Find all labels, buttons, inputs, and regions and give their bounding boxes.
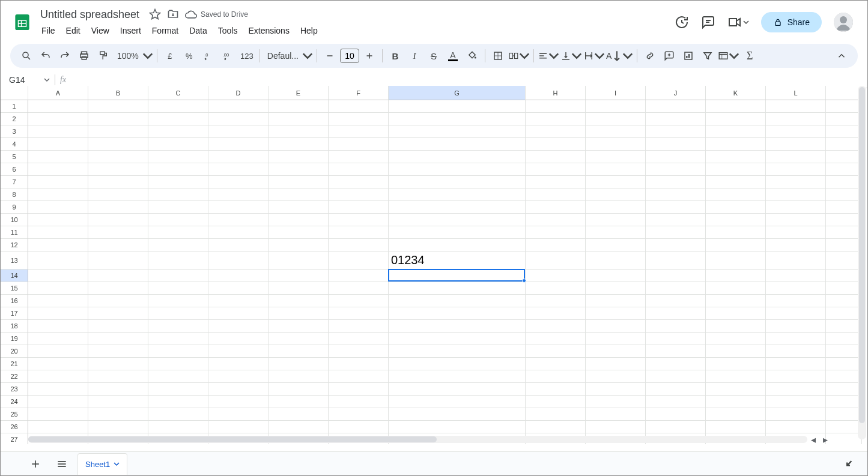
cell-G22[interactable]: [389, 370, 526, 383]
cell-J26[interactable]: [646, 421, 706, 433]
cell-J9[interactable]: [646, 201, 706, 214]
cell-D10[interactable]: [208, 214, 269, 226]
cell-G26[interactable]: [389, 421, 526, 433]
cell-A20[interactable]: [28, 345, 88, 358]
cell-J5[interactable]: [646, 151, 706, 163]
functions-button[interactable]: Σ: [741, 47, 759, 65]
cell-J19[interactable]: [646, 333, 706, 345]
cell-G17[interactable]: [389, 307, 526, 320]
cell-D5[interactable]: [208, 151, 269, 163]
cell-7[interactable]: [826, 176, 862, 188]
cell-H24[interactable]: [526, 396, 586, 408]
cell-J12[interactable]: [646, 239, 706, 252]
cell-L16[interactable]: [766, 295, 826, 307]
cell-A26[interactable]: [28, 421, 88, 433]
cell-I5[interactable]: [586, 151, 646, 163]
cell-B4[interactable]: [88, 138, 148, 151]
cell-18[interactable]: [826, 320, 862, 333]
cell-A15[interactable]: [28, 282, 88, 295]
insert-comment-button[interactable]: [660, 47, 678, 65]
cell-H3[interactable]: [526, 125, 586, 138]
cell-23[interactable]: [826, 383, 862, 396]
cell-A25[interactable]: [28, 408, 88, 421]
cell-2[interactable]: [826, 113, 862, 125]
cell-B22[interactable]: [88, 370, 148, 383]
cell-C20[interactable]: [148, 345, 208, 358]
cell-E26[interactable]: [269, 421, 329, 433]
cell-I17[interactable]: [586, 307, 646, 320]
text-wrap-button[interactable]: [583, 47, 605, 65]
cell-G19[interactable]: [389, 333, 526, 345]
cell-A21[interactable]: [28, 358, 88, 370]
cell-D15[interactable]: [208, 282, 269, 295]
cell-L7[interactable]: [766, 176, 826, 188]
cell-J18[interactable]: [646, 320, 706, 333]
cell-A6[interactable]: [28, 163, 88, 176]
cell-G2[interactable]: [389, 113, 526, 125]
cell-H20[interactable]: [526, 345, 586, 358]
cell-J2[interactable]: [646, 113, 706, 125]
history-icon[interactable]: [675, 15, 689, 29]
cell-E2[interactable]: [269, 113, 329, 125]
menu-data[interactable]: Data: [184, 23, 212, 38]
cell-F11[interactable]: [329, 226, 389, 239]
cell-C7[interactable]: [148, 176, 208, 188]
menu-extensions[interactable]: Extensions: [243, 23, 294, 38]
cell-F25[interactable]: [329, 408, 389, 421]
cell-E15[interactable]: [269, 282, 329, 295]
cell-5[interactable]: [826, 151, 862, 163]
cell-I9[interactable]: [586, 201, 646, 214]
cell-G5[interactable]: [389, 151, 526, 163]
cell-D11[interactable]: [208, 226, 269, 239]
cell-I23[interactable]: [586, 383, 646, 396]
cell-1[interactable]: [826, 100, 862, 113]
cell-D9[interactable]: [208, 201, 269, 214]
cell-K25[interactable]: [706, 408, 766, 421]
cell-L26[interactable]: [766, 421, 826, 433]
column-header-F[interactable]: F: [329, 86, 389, 100]
cell-K15[interactable]: [706, 282, 766, 295]
cell-C6[interactable]: [148, 163, 208, 176]
cell-B14[interactable]: [88, 270, 148, 282]
cell-I22[interactable]: [586, 370, 646, 383]
cell-H5[interactable]: [526, 151, 586, 163]
cell-K3[interactable]: [706, 125, 766, 138]
cell-F13[interactable]: [329, 252, 389, 270]
row-header-7[interactable]: 7: [1, 176, 28, 188]
vertical-align-button[interactable]: [560, 47, 582, 65]
cell-G1[interactable]: [389, 100, 526, 113]
cell-L18[interactable]: [766, 320, 826, 333]
cell-H4[interactable]: [526, 138, 586, 151]
vertical-scrollbar[interactable]: [858, 86, 866, 439]
cell-F26[interactable]: [329, 421, 389, 433]
cell-J23[interactable]: [646, 383, 706, 396]
select-all-corner[interactable]: [1, 86, 28, 100]
filter-button[interactable]: [699, 47, 717, 65]
row-header-22[interactable]: 22: [1, 370, 28, 383]
cell-I14[interactable]: [586, 270, 646, 282]
cell-B12[interactable]: [88, 239, 148, 252]
bold-button[interactable]: B: [386, 47, 404, 65]
cell-H18[interactable]: [526, 320, 586, 333]
cell-F9[interactable]: [329, 201, 389, 214]
cell-C18[interactable]: [148, 320, 208, 333]
cell-I2[interactable]: [586, 113, 646, 125]
add-sheet-button[interactable]: [25, 453, 46, 475]
cell-21[interactable]: [826, 358, 862, 370]
cell-15[interactable]: [826, 282, 862, 295]
cell-G3[interactable]: [389, 125, 526, 138]
cell-A14[interactable]: [28, 270, 88, 282]
cell-G25[interactable]: [389, 408, 526, 421]
cell-F21[interactable]: [329, 358, 389, 370]
row-header-10[interactable]: 10: [1, 214, 28, 226]
cell-17[interactable]: [826, 307, 862, 320]
cell-K26[interactable]: [706, 421, 766, 433]
cell-F23[interactable]: [329, 383, 389, 396]
cell-H8[interactable]: [526, 188, 586, 201]
cell-C4[interactable]: [148, 138, 208, 151]
cell-J4[interactable]: [646, 138, 706, 151]
cell-A10[interactable]: [28, 214, 88, 226]
row-header-11[interactable]: 11: [1, 226, 28, 239]
cell-L6[interactable]: [766, 163, 826, 176]
cell-A23[interactable]: [28, 383, 88, 396]
